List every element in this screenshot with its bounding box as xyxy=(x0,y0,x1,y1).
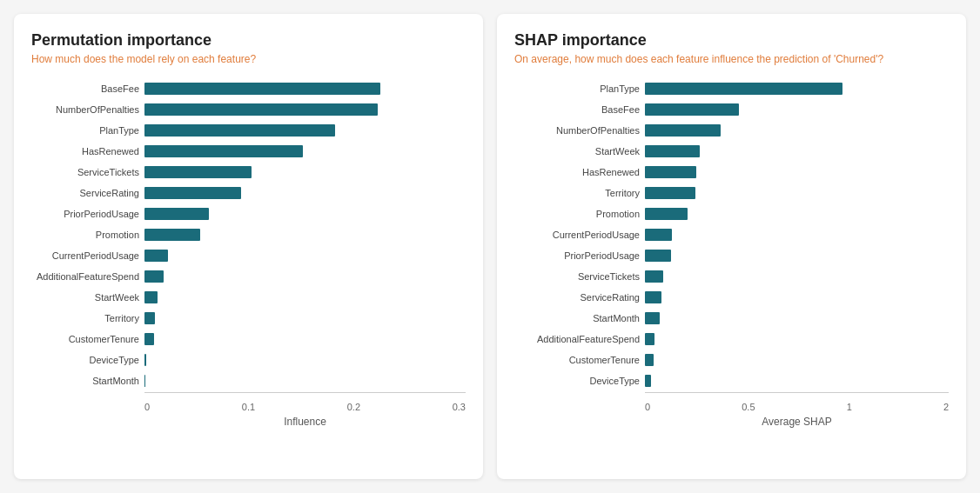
axis-tick: 0 xyxy=(645,402,650,412)
axis-area: 00.512Average SHAP xyxy=(645,392,949,428)
bar-track xyxy=(645,208,949,220)
bar-track xyxy=(144,354,466,366)
bar-track xyxy=(144,124,466,137)
bar-row: StartWeek xyxy=(31,288,466,307)
bar-row: PlanType xyxy=(31,121,466,140)
permutation-subtitle: How much does the model rely on each fea… xyxy=(31,53,466,65)
bar-row: NumberOfPenalties xyxy=(514,121,949,140)
bar-label: AdditionalFeatureSpend xyxy=(31,271,144,282)
bar-fill xyxy=(144,103,378,116)
bar-fill xyxy=(645,83,842,95)
permutation-importance-card: Permutation importance How much does the… xyxy=(14,14,483,479)
bar-row: BaseFee xyxy=(31,79,466,98)
bar-label: Territory xyxy=(31,313,144,323)
axis-label: Influence xyxy=(144,416,466,428)
bar-track xyxy=(144,250,466,262)
bar-row: DeviceType xyxy=(514,371,949,390)
bar-track xyxy=(645,229,949,241)
bar-label: Territory xyxy=(514,188,645,198)
bar-fill xyxy=(144,166,252,178)
bar-track xyxy=(144,375,466,387)
bar-row: AdditionalFeatureSpend xyxy=(31,267,466,286)
bar-fill xyxy=(144,83,380,95)
bar-fill xyxy=(645,166,696,178)
bar-track xyxy=(645,270,949,283)
bar-fill xyxy=(645,229,672,241)
shap-axis: 00.512Average SHAP xyxy=(645,392,949,428)
permutation-axis: 00.10.20.3Influence xyxy=(144,392,466,428)
bar-fill xyxy=(645,187,695,199)
bar-label: ServiceTickets xyxy=(31,167,144,177)
bar-label: StartWeek xyxy=(514,146,645,157)
shap-title-plain: SHAP xyxy=(514,31,562,49)
bar-fill xyxy=(144,208,209,220)
bar-label: PlanType xyxy=(514,83,645,94)
bar-track xyxy=(144,208,466,220)
axis-label: Average SHAP xyxy=(645,416,949,428)
bar-row: ServiceRating xyxy=(514,288,949,307)
bar-fill xyxy=(144,229,200,241)
bar-row: ServiceTickets xyxy=(514,267,949,286)
bar-fill xyxy=(144,291,158,303)
bar-label: StartMonth xyxy=(31,376,144,386)
shap-title-bold: importance xyxy=(562,31,647,49)
permutation-title-plain: Permutation xyxy=(31,31,127,49)
bar-label: NumberOfPenalties xyxy=(31,104,144,115)
bar-label: HasRenewed xyxy=(514,167,645,177)
bar-label: ServiceTickets xyxy=(514,271,645,282)
permutation-title-bold: importance xyxy=(127,31,211,49)
bar-row: CustomerTenure xyxy=(31,330,466,349)
bar-fill xyxy=(144,250,168,262)
axis-tick: 1 xyxy=(847,402,852,412)
bar-label: ServiceRating xyxy=(31,188,144,198)
bar-label: PriorPeriodUsage xyxy=(31,209,144,219)
bar-row: DeviceType xyxy=(31,350,466,370)
bar-label: AdditionalFeatureSpend xyxy=(514,334,645,344)
bar-fill xyxy=(645,145,700,157)
bar-fill xyxy=(144,124,335,137)
bar-track xyxy=(144,83,466,95)
permutation-title: Permutation importance xyxy=(31,31,466,50)
bar-row: AdditionalFeatureSpend xyxy=(514,330,949,349)
bar-fill xyxy=(645,291,661,303)
axis-tick: 2 xyxy=(943,402,949,412)
axis-tick: 0 xyxy=(144,402,150,412)
bar-row: StartMonth xyxy=(514,309,949,328)
bar-label: DeviceType xyxy=(31,355,144,365)
axis-tick: 0.3 xyxy=(453,402,466,412)
bar-track xyxy=(144,333,466,345)
bar-fill xyxy=(144,375,145,387)
bar-track xyxy=(144,187,466,199)
bar-row: NumberOfPenalties xyxy=(31,100,466,119)
bar-track xyxy=(645,312,949,324)
bar-label: Promotion xyxy=(31,230,144,240)
bar-track xyxy=(645,83,949,95)
bar-label: CurrentPeriodUsage xyxy=(31,250,144,261)
bar-row: PriorPeriodUsage xyxy=(31,204,466,223)
bar-track xyxy=(645,166,949,178)
shap-subtitle: On average, how much does each feature i… xyxy=(514,53,949,65)
bar-row: ServiceRating xyxy=(31,183,466,203)
bar-track xyxy=(144,166,466,178)
bar-label: PlanType xyxy=(31,125,144,136)
bar-track xyxy=(144,229,466,241)
axis-tick: 0.1 xyxy=(242,402,255,412)
bar-label: BaseFee xyxy=(31,83,144,94)
bar-fill xyxy=(144,354,146,366)
bar-row: CustomerTenure xyxy=(514,350,949,370)
bar-track xyxy=(645,354,949,366)
axis-tick: 0.2 xyxy=(347,402,360,412)
bar-row: CurrentPeriodUsage xyxy=(31,246,466,265)
bar-label: StartMonth xyxy=(514,313,645,323)
bar-track xyxy=(144,291,466,303)
bar-track xyxy=(144,312,466,324)
bar-label: Promotion xyxy=(514,209,645,219)
shap-importance-card: SHAP importance On average, how much doe… xyxy=(497,14,966,479)
bar-row: StartMonth xyxy=(31,371,466,390)
bar-row: Territory xyxy=(31,309,466,328)
bar-row: PlanType xyxy=(514,79,949,98)
bar-row: ServiceTickets xyxy=(31,163,466,182)
bar-fill xyxy=(645,354,654,366)
axis-ticks: 00.10.20.3 xyxy=(144,398,466,412)
bar-track xyxy=(645,103,949,116)
